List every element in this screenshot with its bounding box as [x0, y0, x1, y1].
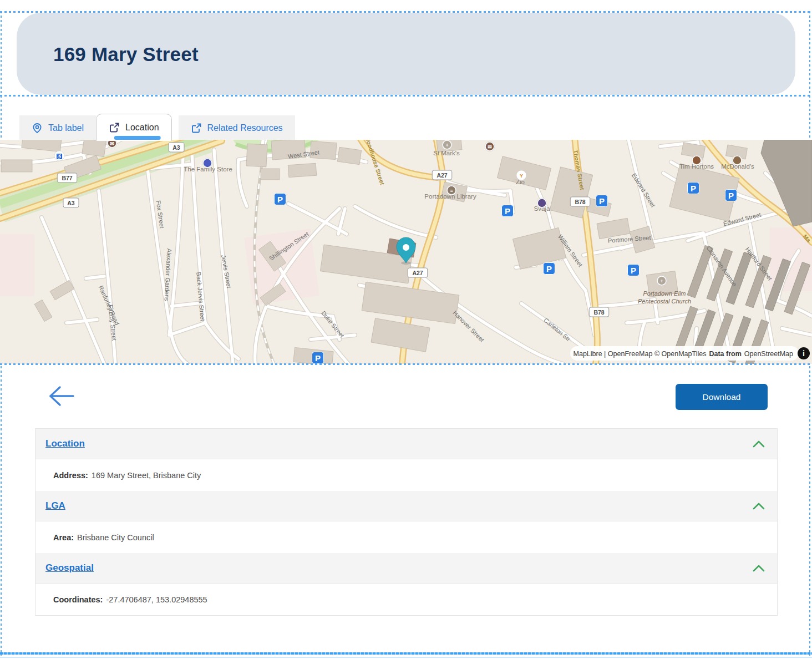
route-badge: B78 [589, 307, 609, 317]
svg-text:+: + [445, 143, 448, 148]
tab-location[interactable]: Location [96, 114, 172, 141]
selection-border-header-bottom [0, 95, 812, 97]
route-badge: A27 [432, 170, 452, 180]
tab-label-tab[interactable]: Tab label [19, 115, 96, 141]
svg-text:B78: B78 [593, 309, 604, 316]
map-poi-label: St Mark's [433, 150, 460, 156]
svg-text:♿: ♿ [56, 153, 63, 160]
svg-text:P: P [505, 206, 510, 216]
svg-text:A27: A27 [412, 270, 423, 276]
back-button[interactable] [47, 383, 77, 409]
section-title[interactable]: Location [45, 438, 85, 449]
parking-icon: P [596, 195, 608, 207]
route-badge: B77 [57, 173, 77, 183]
parking-icon: P [275, 194, 286, 205]
parking-icon: P [502, 205, 514, 217]
church-icon: + [442, 140, 452, 150]
tab-label: Related Resources [207, 123, 283, 133]
svg-text:MapLibre | OpenFreeMap © OpenM: MapLibre | OpenFreeMap © OpenMapTilesDat… [574, 350, 794, 358]
svg-text:Y: Y [520, 173, 523, 179]
map-poi-label: Portadown Elim [643, 290, 686, 297]
parking-icon: P [312, 352, 324, 364]
field-label: Address: [53, 471, 88, 480]
section-row-coordinates: Coordinates: -27.4706487, 153.02948555 [35, 584, 777, 615]
field-label: Area: [53, 533, 74, 542]
library-icon: ≡ [446, 185, 456, 195]
section-row-address: Address: 169 Mary Street, Brisbane City [35, 459, 777, 491]
accordion-header-lga[interactable]: LGA [35, 491, 777, 521]
route-badge: A3 [169, 143, 184, 152]
selection-border-bottom [0, 652, 812, 655]
svg-text:P: P [691, 184, 696, 193]
external-link-icon [109, 122, 120, 133]
svg-text:+: + [660, 278, 663, 284]
tab-related-resources[interactable]: Related Resources [179, 115, 295, 141]
page-header: 169 Mary Street [17, 13, 795, 95]
external-link-icon [191, 123, 202, 134]
store-icon [202, 158, 212, 168]
section-title[interactable]: Geospatial [45, 562, 94, 574]
svg-text:P: P [546, 264, 552, 273]
field-value: -27.4706487, 153.02948555 [106, 595, 207, 604]
svg-text:P: P [315, 353, 321, 363]
map[interactable]: Ranfurley RoadFitzroy StreetFox StreetAl… [0, 140, 812, 364]
field-value: 169 Mary Street, Brisbane City [92, 471, 201, 480]
active-tab-indicator [114, 136, 161, 140]
map-attribution: MapLibre | OpenFreeMap © OpenMapTilesDat… [570, 346, 799, 361]
back-arrow-icon [47, 383, 77, 409]
svg-text:P: P [277, 195, 283, 204]
parking-icon: P [544, 263, 555, 275]
tab-bar: Tab label Location Related Reso [19, 114, 295, 141]
download-button[interactable]: Download [676, 384, 768, 410]
restaurant-icon: Y [516, 170, 526, 180]
church-icon: + [657, 276, 667, 286]
svg-text:i: i [803, 349, 805, 358]
accordion-header-location[interactable]: Location [35, 429, 777, 459]
svg-text:B78: B78 [575, 199, 585, 205]
chevron-up-icon[interactable] [753, 502, 765, 510]
map-poi-label: Pentecostal Church [638, 298, 691, 305]
field-value: Brisbane City Council [77, 533, 154, 542]
field-label: Coordinates: [53, 595, 103, 604]
parking-icon: P [688, 183, 699, 194]
map-pin-icon [32, 123, 43, 134]
section-title[interactable]: LGA [45, 500, 65, 511]
mail-icon: ✉ [485, 141, 495, 151]
coffee-icon [692, 155, 702, 165]
wheelchair-icon: ♿ [54, 151, 64, 161]
page-title: 169 Mary Street [17, 13, 795, 65]
svg-text:P: P [599, 196, 605, 206]
tab-label: Location [125, 123, 159, 133]
shop-icon [537, 198, 547, 208]
accordion-header-geospatial[interactable]: Geospatial [35, 553, 777, 584]
svg-text:A3: A3 [67, 200, 75, 206]
svg-text:✉: ✉ [488, 144, 492, 150]
property-page: 169 Mary Street Tab label Location [0, 0, 812, 659]
svg-text:P: P [728, 191, 734, 200]
chevron-up-icon[interactable] [753, 564, 765, 572]
selection-border-map-bottom [0, 363, 812, 365]
svg-text:B77: B77 [62, 175, 72, 181]
map-info-button[interactable]: i [798, 347, 810, 359]
svg-text:≡: ≡ [450, 188, 453, 194]
route-badge: A3 [63, 198, 79, 207]
page-bottom-divider [0, 657, 812, 658]
chevron-up-icon[interactable] [753, 440, 765, 448]
fastfood-icon [732, 155, 742, 165]
svg-text:A3: A3 [172, 144, 180, 151]
route-badge: B78 [570, 197, 590, 206]
section-row-area: Area: Brisbane City Council [35, 521, 777, 553]
mail-icon: ✉ [107, 140, 117, 148]
svg-text:✉: ✉ [110, 141, 114, 146]
parking-icon: P [725, 190, 737, 201]
parking-icon: P [628, 265, 640, 276]
route-badge: A27 [408, 268, 428, 277]
svg-text:P: P [631, 266, 636, 275]
tab-label: Tab label [48, 123, 84, 133]
svg-text:A27: A27 [437, 172, 447, 179]
details-accordion: Location Address: 169 Mary Street, Brisb… [35, 428, 778, 616]
